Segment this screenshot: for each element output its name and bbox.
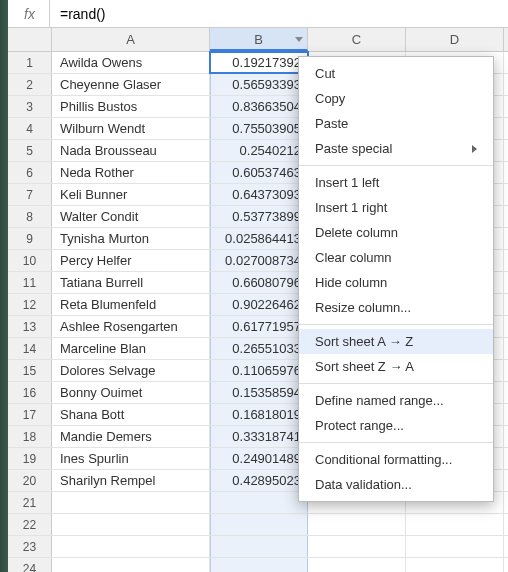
row-header[interactable]: 6: [8, 162, 52, 183]
row-header[interactable]: 4: [8, 118, 52, 139]
cell[interactable]: 0.15358594: [210, 382, 308, 403]
cell[interactable]: 0.025864413: [210, 228, 308, 249]
row-header[interactable]: 8: [8, 206, 52, 227]
cell[interactable]: 0.26551033: [210, 338, 308, 359]
cell[interactable]: 0.56593393: [210, 74, 308, 95]
cell[interactable]: Walter Condit: [52, 206, 210, 227]
cell[interactable]: Bonny Ouimet: [52, 382, 210, 403]
column-header-d[interactable]: D: [406, 28, 504, 51]
cell[interactable]: 0.53773899: [210, 206, 308, 227]
menu-clear-column[interactable]: Clear column: [299, 245, 493, 270]
row-header[interactable]: 14: [8, 338, 52, 359]
cell[interactable]: Keli Bunner: [52, 184, 210, 205]
formula-input[interactable]: [50, 0, 508, 27]
cell[interactable]: [406, 514, 504, 535]
cell[interactable]: [406, 536, 504, 557]
row-header[interactable]: 19: [8, 448, 52, 469]
row-header[interactable]: 10: [8, 250, 52, 271]
cell[interactable]: Marceline Blan: [52, 338, 210, 359]
select-all-corner[interactable]: [8, 28, 52, 51]
menu-conditional-formatting[interactable]: Conditional formatting...: [299, 447, 493, 472]
menu-sort-az[interactable]: Sort sheet A → Z: [299, 329, 493, 354]
cell[interactable]: Phillis Bustos: [52, 96, 210, 117]
row-header[interactable]: 11: [8, 272, 52, 293]
cell[interactable]: Percy Helfer: [52, 250, 210, 271]
menu-paste[interactable]: Paste: [299, 111, 493, 136]
cell[interactable]: 0.75503905: [210, 118, 308, 139]
menu-data-validation[interactable]: Data validation...: [299, 472, 493, 497]
cell[interactable]: 0.66080796: [210, 272, 308, 293]
row-header[interactable]: 18: [8, 426, 52, 447]
cell[interactable]: [210, 492, 308, 513]
cell[interactable]: Tatiana Burrell: [52, 272, 210, 293]
cell[interactable]: [52, 558, 210, 572]
cell[interactable]: [406, 558, 504, 572]
row-header[interactable]: 2: [8, 74, 52, 95]
cell[interactable]: Cheyenne Glaser: [52, 74, 210, 95]
menu-sort-za[interactable]: Sort sheet Z → A: [299, 354, 493, 379]
cell[interactable]: 0.24901489: [210, 448, 308, 469]
cell[interactable]: [308, 558, 406, 572]
cell[interactable]: 0.16818019: [210, 404, 308, 425]
row-header[interactable]: 1: [8, 52, 52, 73]
column-header-c[interactable]: C: [308, 28, 406, 51]
menu-protect-range[interactable]: Protect range...: [299, 413, 493, 438]
menu-insert-right[interactable]: Insert 1 right: [299, 195, 493, 220]
cell[interactable]: Neda Rother: [52, 162, 210, 183]
chevron-down-icon[interactable]: [295, 37, 303, 42]
cell[interactable]: Awilda Owens: [52, 52, 210, 73]
row-header[interactable]: 13: [8, 316, 52, 337]
cell[interactable]: Sharilyn Rempel: [52, 470, 210, 491]
row-header[interactable]: 7: [8, 184, 52, 205]
menu-hide-column[interactable]: Hide column: [299, 270, 493, 295]
cell[interactable]: [52, 536, 210, 557]
row-header[interactable]: 23: [8, 536, 52, 557]
cell[interactable]: 0.60537463: [210, 162, 308, 183]
cell[interactable]: Wilburn Wendt: [52, 118, 210, 139]
cell[interactable]: Ines Spurlin: [52, 448, 210, 469]
cell[interactable]: [210, 536, 308, 557]
row-header[interactable]: 21: [8, 492, 52, 513]
menu-copy[interactable]: Copy: [299, 86, 493, 111]
cell[interactable]: Shana Bott: [52, 404, 210, 425]
cell[interactable]: Dolores Selvage: [52, 360, 210, 381]
cell[interactable]: 0.90226462: [210, 294, 308, 315]
menu-paste-special[interactable]: Paste special: [299, 136, 493, 161]
cell[interactable]: 0.2540212: [210, 140, 308, 161]
row-header[interactable]: 17: [8, 404, 52, 425]
column-header-a[interactable]: A: [52, 28, 210, 51]
cell[interactable]: Nada Brousseau: [52, 140, 210, 161]
row-header[interactable]: 24: [8, 558, 52, 572]
cell[interactable]: 0.11065976: [210, 360, 308, 381]
row-header[interactable]: 5: [8, 140, 52, 161]
cell[interactable]: 0.027008734: [210, 250, 308, 271]
cell[interactable]: Reta Blumenfeld: [52, 294, 210, 315]
menu-delete-column[interactable]: Delete column: [299, 220, 493, 245]
cell[interactable]: [52, 492, 210, 513]
cell[interactable]: Mandie Demers: [52, 426, 210, 447]
cell[interactable]: [308, 536, 406, 557]
menu-insert-left[interactable]: Insert 1 left: [299, 170, 493, 195]
menu-named-range[interactable]: Define named range...: [299, 388, 493, 413]
cell[interactable]: Ashlee Rosengarten: [52, 316, 210, 337]
cell[interactable]: Tynisha Murton: [52, 228, 210, 249]
cell[interactable]: 0.61771957: [210, 316, 308, 337]
cell[interactable]: 0.42895023: [210, 470, 308, 491]
cell[interactable]: 0.83663504: [210, 96, 308, 117]
menu-resize-column[interactable]: Resize column...: [299, 295, 493, 320]
menu-cut[interactable]: Cut: [299, 61, 493, 86]
row-header[interactable]: 22: [8, 514, 52, 535]
cell[interactable]: 0.19217392: [210, 52, 308, 73]
row-header[interactable]: 15: [8, 360, 52, 381]
row-header[interactable]: 12: [8, 294, 52, 315]
row-header[interactable]: 3: [8, 96, 52, 117]
cell[interactable]: [52, 514, 210, 535]
cell[interactable]: 0.64373093: [210, 184, 308, 205]
row-header[interactable]: 20: [8, 470, 52, 491]
cell[interactable]: [210, 558, 308, 572]
cell[interactable]: [308, 514, 406, 535]
cell[interactable]: [210, 514, 308, 535]
cell[interactable]: 0.33318741: [210, 426, 308, 447]
row-header[interactable]: 16: [8, 382, 52, 403]
column-header-b[interactable]: B: [210, 28, 308, 51]
